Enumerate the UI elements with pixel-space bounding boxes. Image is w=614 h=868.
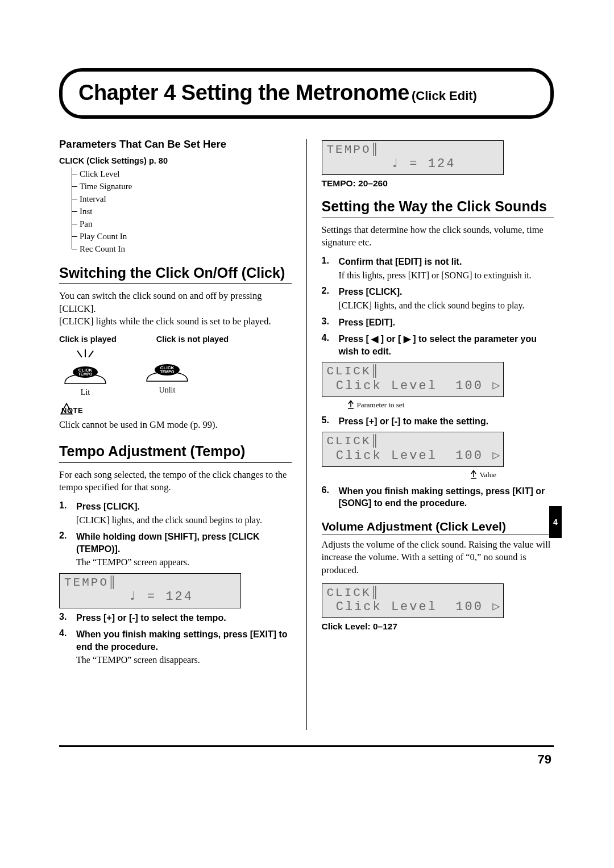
tree-item: Inst [80, 207, 93, 216]
params-tree: Click Level Time Signature Interval Inst… [69, 168, 292, 255]
sounds-body: Settings that determine how the click so… [322, 224, 554, 249]
lit-caption: Lit [81, 388, 90, 397]
footer-rule [59, 745, 554, 747]
click-notplayed-label: Click is not played [156, 335, 229, 344]
step-bold: Press [+] or [-] to make the setting. [339, 415, 489, 428]
note-icon: NOTE [59, 402, 292, 416]
step-bold: Confirm that [EDIT] is not lit. [339, 256, 532, 268]
page-number: 79 [538, 752, 551, 767]
tree-item: Pan [80, 219, 93, 229]
tree-item: Time Signature [80, 182, 132, 191]
click-button-icon: CLICK TEMPO [143, 360, 191, 383]
chapter-title-box: Chapter 4 Setting the Metronome (Click E… [59, 68, 554, 119]
lcd-click-screen: CLICK║ Click Level 100 ▷ [322, 362, 504, 397]
switch-heading: Switching the Click On/Off (Click) [59, 265, 292, 280]
tempo-range: TEMPO: 20–260 [322, 178, 554, 189]
tempo-heading: Tempo Adjustment (Tempo) [59, 444, 292, 458]
param-pointer: Parameter to set [347, 400, 554, 411]
svg-text:TEMPO: TEMPO [78, 372, 93, 376]
lcd-click-screen: CLICK║ Click Level 100 ▷ [322, 583, 504, 618]
step-bold: When you finish making settings, press [… [76, 628, 292, 653]
note-text: Click cannot be used in GM mode (p. 99). [59, 419, 292, 431]
step-note: [CLICK] lights, and the click sound begi… [76, 514, 262, 527]
step-bold: Press [EDIT]. [339, 316, 396, 329]
lcd-click-screen: CLICK║ Click Level 100 ▷ [322, 432, 504, 466]
click-button-icon: CLICK TEMPO [61, 362, 109, 386]
click-button-diagram: CLICK TEMPO Lit CLICK TEMPO Unlit [61, 349, 292, 397]
chapter-tab: 4 [549, 506, 562, 538]
volume-heading: Volume Adjustment (Click Level) [322, 520, 554, 535]
click-level-range: Click Level: 0–127 [322, 621, 554, 632]
tempo-body: For each song selected, the tempo of the… [59, 469, 292, 494]
lcd-tempo-screen: TEMPO║ ♩ = 124 [322, 140, 504, 175]
step-note: The “TEMPO” screen disappears. [76, 654, 292, 666]
tree-item: Click Level [80, 169, 119, 179]
left-column: Parameters That Can Be Set Here CLICK (C… [59, 138, 292, 730]
switch-body: You can switch the click sound on and of… [59, 290, 292, 328]
tree-item: Interval [80, 194, 106, 204]
tree-item: Play Count In [80, 232, 127, 241]
svg-text:TEMPO: TEMPO [160, 370, 175, 374]
params-heading: Parameters That Can Be Set Here [59, 138, 292, 151]
chapter-subtitle: (Click Edit) [412, 89, 477, 103]
step-bold: When you finish making settings, press [… [339, 485, 554, 510]
step-note: The “TEMPO” screen appears. [76, 556, 292, 569]
step-bold: Press [+] or [-] to select the tempo. [76, 612, 226, 624]
right-column: TEMPO║ ♩ = 124 TEMPO: 20–260 Setting the… [322, 138, 554, 730]
tree-item: Rec Count In [80, 244, 125, 254]
sounds-heading: Setting the Way the Click Sounds [322, 199, 554, 214]
step-bold: Press [CLICK]. [339, 286, 525, 298]
lcd-tempo-screen: TEMPO║ ♩ = 124 [59, 573, 241, 608]
chapter-title: Chapter 4 Setting the Metronome [78, 81, 409, 105]
volume-body: Adjusts the volume of the click sound. R… [322, 539, 554, 577]
click-settings-label: CLICK (Click Settings) p. 80 [59, 156, 292, 165]
step-note: [CLICK] lights, and the click sound begi… [339, 299, 525, 312]
step-note: If this lights, press [KIT] or [SONG] to… [339, 269, 532, 282]
step-bold: While holding down [SHIFT], press [CLICK… [76, 531, 292, 555]
value-pointer: Value [470, 470, 554, 481]
step-bold: Press [CLICK]. [76, 500, 262, 513]
unlit-caption: Unlit [159, 386, 176, 395]
step-bold: Press [ ◀ ] or [ ▶ ] to select the param… [339, 333, 554, 357]
click-played-label: Click is played [59, 335, 117, 344]
